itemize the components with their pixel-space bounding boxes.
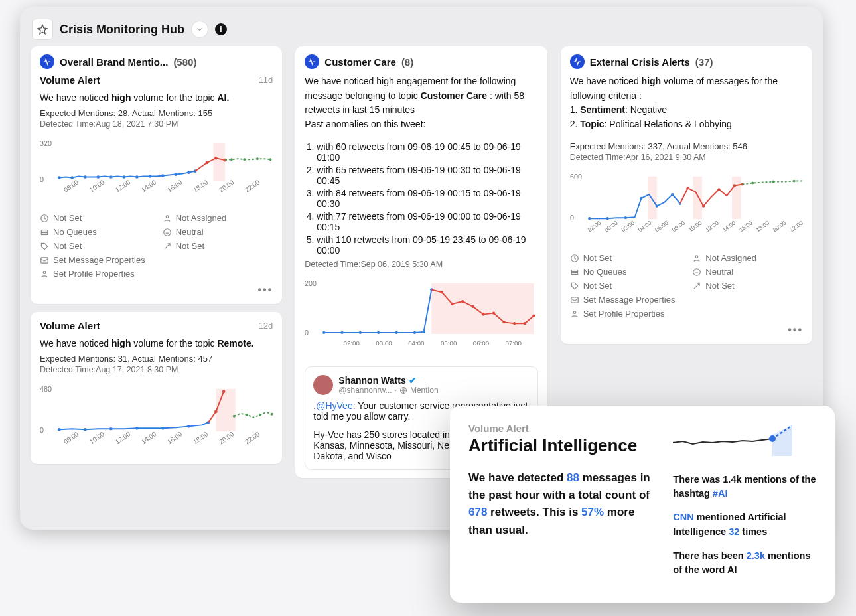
svg-point-66 xyxy=(359,331,362,334)
prop-assignee[interactable]: Not Assigned xyxy=(163,213,273,223)
prop-sentiment[interactable]: Neutral xyxy=(692,267,803,277)
svg-text:18:00: 18:00 xyxy=(754,219,770,233)
alert-body: We have noticed high volume for the topi… xyxy=(40,91,273,106)
alert-age: 12d xyxy=(259,321,273,331)
svg-point-36 xyxy=(43,271,46,274)
svg-text:12:00: 12:00 xyxy=(114,430,132,445)
alert-props: Not Set Not Assigned No Queues Neutral N… xyxy=(40,213,273,251)
svg-point-11 xyxy=(161,174,165,177)
info-icon[interactable]: i xyxy=(215,23,227,35)
pulse-icon xyxy=(305,54,319,69)
svg-point-129 xyxy=(769,435,776,442)
svg-point-48 xyxy=(222,390,226,393)
svg-text:06:00: 06:00 xyxy=(473,339,490,346)
title-dropdown-button[interactable] xyxy=(191,21,208,38)
chart-right: 600 0 22:00 00:00 xyxy=(570,170,803,244)
svg-point-64 xyxy=(322,331,325,334)
svg-text:20:00: 20:00 xyxy=(218,430,236,445)
svg-text:16:00: 16:00 xyxy=(166,178,184,193)
svg-point-45 xyxy=(187,425,190,428)
favorite-button[interactable] xyxy=(32,19,53,40)
svg-point-3 xyxy=(58,176,61,179)
set-profile-properties[interactable]: Set Profile Properties xyxy=(40,269,273,279)
more-menu[interactable]: ••• xyxy=(570,324,803,336)
svg-text:10:00: 10:00 xyxy=(88,178,106,193)
alert-card-remote[interactable]: Volume Alert 12d We have noticed high vo… xyxy=(31,312,282,464)
svg-point-97 xyxy=(640,197,642,200)
svg-text:10:00: 10:00 xyxy=(687,219,703,233)
column-mid-count: (8) xyxy=(401,56,413,68)
svg-point-41 xyxy=(84,428,87,431)
prop-sentiment[interactable]: Neutral xyxy=(163,227,273,237)
svg-point-77 xyxy=(492,311,495,314)
column-left: Overall Brand Mentio... (580) Volume Ale… xyxy=(31,46,282,478)
prop-queues[interactable]: No Queues xyxy=(40,227,151,237)
svg-point-51 xyxy=(259,414,261,416)
alert-detected: Detected Time:Aug 17, 2021 8:30 PM xyxy=(40,365,273,374)
svg-text:0: 0 xyxy=(40,175,44,183)
column-left-header: Overall Brand Mentio... (580) xyxy=(40,54,273,69)
tweet-handle: @shannonrw...· Mention xyxy=(338,386,438,395)
overlay-title: Artificial Intelligence xyxy=(468,435,654,456)
svg-point-15 xyxy=(205,161,208,164)
prop-campaign[interactable]: Not Set xyxy=(163,241,273,251)
svg-point-108 xyxy=(792,179,795,182)
svg-point-5 xyxy=(84,175,87,179)
prop-queues[interactable]: No Queues xyxy=(570,267,681,277)
svg-text:200: 200 xyxy=(305,279,317,287)
svg-text:05:00: 05:00 xyxy=(441,339,457,346)
svg-point-49 xyxy=(233,415,236,418)
svg-point-98 xyxy=(655,204,658,207)
set-message-properties[interactable]: Set Message Properties xyxy=(40,255,273,265)
alert-detected: Detected Time:Sep 06, 2019 5:30 AM xyxy=(305,260,537,269)
svg-point-128 xyxy=(573,311,576,314)
more-menu[interactable]: ••• xyxy=(40,284,273,296)
svg-point-13 xyxy=(187,171,190,174)
prop-tags[interactable]: Not Set xyxy=(570,281,681,291)
svg-point-6 xyxy=(97,175,100,179)
svg-text:07:00: 07:00 xyxy=(506,339,522,346)
prop-assignee[interactable]: Not Assigned xyxy=(692,253,803,263)
svg-point-34 xyxy=(163,229,171,236)
svg-point-101 xyxy=(686,187,689,189)
svg-text:22:00: 22:00 xyxy=(788,219,803,233)
prop-status[interactable]: Not Set xyxy=(570,253,681,263)
star-icon xyxy=(37,24,48,35)
prop-status[interactable]: Not Set xyxy=(40,213,151,223)
svg-point-19 xyxy=(243,158,246,161)
svg-point-4 xyxy=(70,176,74,179)
alert-meta: Expected Mentions: 337, Actual Mentions:… xyxy=(570,141,803,151)
prop-tags[interactable]: Not Set xyxy=(40,241,151,251)
svg-text:02:00: 02:00 xyxy=(620,219,636,233)
tweet-author: Shannon Watts ✔ xyxy=(338,375,438,386)
svg-text:18:00: 18:00 xyxy=(192,178,210,193)
svg-point-16 xyxy=(214,157,218,160)
svg-text:14:00: 14:00 xyxy=(140,430,158,445)
globe-icon xyxy=(399,386,407,394)
list-item: with 65 retweets from 09-06-19 00:30 to … xyxy=(317,165,537,186)
svg-point-9 xyxy=(135,175,139,179)
pulse-icon xyxy=(570,54,585,69)
svg-point-40 xyxy=(58,428,61,431)
topbar: Crisis Monitoring Hub i xyxy=(31,16,812,46)
svg-text:320: 320 xyxy=(40,139,52,147)
list-item: with 60 retweets from 09-06-19 00:45 to … xyxy=(317,141,537,163)
svg-point-106 xyxy=(751,181,754,184)
svg-point-78 xyxy=(503,321,506,323)
alert-card-ai[interactable]: Volume Alert 11d We have noticed high vo… xyxy=(40,74,273,296)
sparkline xyxy=(673,423,816,461)
set-profile-properties[interactable]: Set Profile Properties xyxy=(570,309,803,319)
avatar xyxy=(313,375,333,395)
verified-icon: ✔ xyxy=(409,375,417,386)
svg-point-31 xyxy=(166,216,169,218)
svg-point-70 xyxy=(423,331,425,333)
svg-rect-2 xyxy=(214,143,226,181)
svg-point-75 xyxy=(472,305,474,307)
svg-text:22:00: 22:00 xyxy=(586,219,602,233)
svg-point-103 xyxy=(717,188,720,191)
list-item: with 77 retweets from 09-06-19 00:00 to … xyxy=(317,211,537,232)
svg-point-102 xyxy=(702,204,705,207)
set-message-properties[interactable]: Set Message Properties xyxy=(570,295,803,305)
svg-point-95 xyxy=(606,217,608,220)
prop-campaign[interactable]: Not Set xyxy=(692,281,803,291)
